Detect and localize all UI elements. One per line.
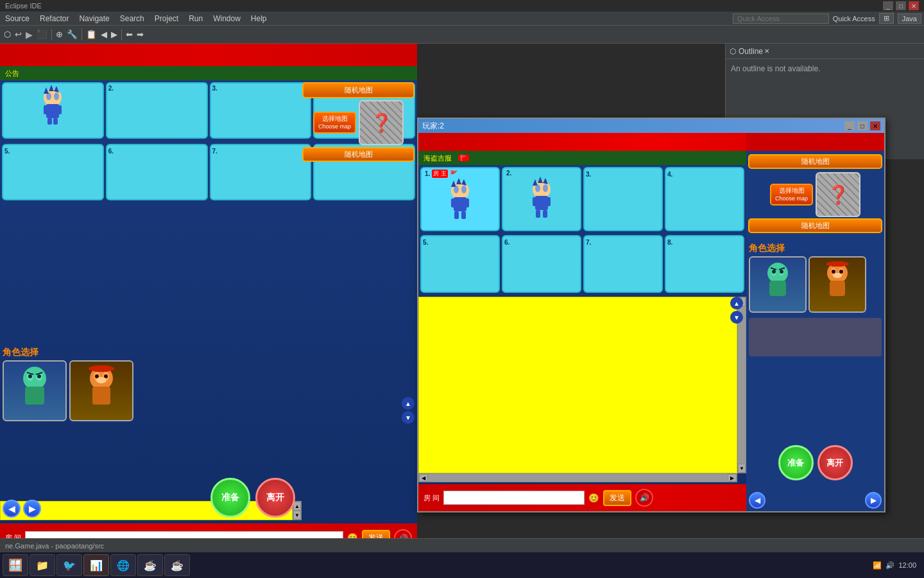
win2-minimize[interactable]: _ — [844, 121, 855, 130]
map-area-2: 随机地图 选择地图Choose map ❓ 随机地图 — [746, 152, 884, 235]
host-slot-num: 1. — [425, 170, 430, 177]
toolbar-btn-3[interactable]: ⊕ — [55, 28, 64, 40]
char-select-area-1: 角色选择 — [0, 344, 302, 424]
menu-window[interactable]: Window — [210, 13, 243, 24]
run-btn[interactable]: ▶ — [24, 28, 34, 41]
toolbar-btn-8[interactable]: ⬅ — [124, 28, 134, 40]
choose-map-btn-2[interactable]: 选择地图Choose map — [770, 184, 813, 206]
ready-btn-2[interactable]: 准备 — [778, 445, 814, 480]
minimize-btn[interactable]: _ — [883, 1, 893, 10]
taskbar-btn-java2[interactable]: ☕ — [164, 554, 190, 576]
scroll-down-1[interactable]: ▼ — [402, 411, 415, 424]
svg-point-16 — [37, 374, 41, 378]
svg-point-64 — [833, 273, 842, 278]
toolbar-btn-4[interactable]: 🔧 — [65, 28, 79, 40]
taskbar-btn-browser[interactable]: 🌐 — [110, 554, 136, 576]
toolbar-btn-5[interactable]: 📋 — [85, 28, 98, 40]
nav-left-btn[interactable]: ◀ — [3, 500, 21, 518]
menu-refactor[interactable]: Refactor — [37, 13, 71, 24]
taskbar-btn-bird[interactable]: 🐦 — [56, 554, 82, 576]
svg-rect-41 — [533, 197, 538, 206]
leave-btn-2[interactable]: 离开 — [817, 445, 853, 480]
menu-navigate[interactable]: Navigate — [76, 13, 112, 24]
char-card-2b[interactable] — [809, 256, 866, 313]
taskbar-btn-windows[interactable]: 🪟 — [3, 554, 28, 576]
scroll-right-btn-2[interactable]: ▶ — [728, 474, 737, 482]
emoji-btn-2[interactable]: 😊 — [588, 493, 599, 503]
svg-point-54 — [772, 270, 776, 274]
slot-6-game2: 6. — [502, 235, 581, 293]
right-nav-left[interactable]: ◀ — [749, 492, 766, 509]
room-label-2: 房 间 — [424, 493, 440, 503]
slot-3-num: 3. — [212, 85, 309, 92]
svg-rect-20 — [92, 387, 110, 405]
menu-search[interactable]: Search — [117, 13, 147, 24]
svg-rect-43 — [536, 210, 540, 218]
ide-topbar: Eclipse IDE _ □ ✕ — [0, 0, 924, 12]
game-window-2: 玩家:2 _ □ ✕ 海盗吉服 🚩 1. 房 主 🚩 — [417, 118, 886, 512]
char-select-label-1: 角色选择 — [3, 347, 299, 358]
leave-btn-1[interactable]: 离开 — [255, 478, 295, 518]
ready-btn-1[interactable]: 准备 — [210, 478, 250, 518]
nav-right-btn[interactable]: ▶ — [23, 500, 41, 518]
send-btn-2[interactable]: 发送 — [603, 490, 631, 506]
random-map-label-1: 随机地图 — [302, 147, 415, 162]
slot-7: 7. — [210, 144, 312, 200]
svg-rect-59 — [830, 281, 845, 296]
win2-close[interactable]: ✕ — [870, 121, 880, 130]
right-nav-right[interactable]: ▶ — [865, 492, 882, 509]
slot-4-game2: 4. — [665, 167, 744, 231]
toolbar-sep-3 — [121, 29, 122, 40]
menu-help[interactable]: Help — [248, 13, 270, 24]
svg-rect-32 — [454, 211, 459, 219]
char-card-1[interactable] — [3, 360, 67, 421]
maximize-btn[interactable]: □ — [896, 1, 906, 10]
scroll-left-btn-2[interactable]: ◀ — [419, 474, 428, 482]
scroll-up-1[interactable]: ▲ — [402, 397, 415, 410]
stop-btn[interactable]: ⬛ — [35, 28, 49, 40]
toolbar-btn-6[interactable]: ◀ — [99, 28, 108, 40]
menu-project[interactable]: Project — [152, 13, 181, 24]
char-sprite-1 — [37, 85, 68, 127]
toolbar-btn-2[interactable]: ↩ — [13, 28, 23, 40]
slot-2-game2-num: 2. — [506, 170, 511, 177]
java-perspective-btn[interactable]: Java — [898, 13, 921, 24]
slot-6: 6. — [106, 144, 208, 200]
win2-maximize[interactable]: □ — [857, 121, 868, 130]
ad-section-2 — [749, 318, 882, 356]
chat-input-2[interactable] — [443, 491, 585, 505]
outline-close-x[interactable]: ✕ — [764, 48, 769, 55]
toolbar-btn-1[interactable]: ⬡ — [3, 28, 12, 40]
scroll-down-btn-2[interactable]: ▼ — [738, 464, 746, 473]
chat-scroll-down-2[interactable]: ▼ — [730, 311, 743, 324]
menu-source[interactable]: Source — [3, 13, 32, 24]
char-2a-sprite — [755, 259, 800, 310]
toolbar-btn-7[interactable]: ▶ — [110, 28, 119, 40]
perspective-btn[interactable]: ⊞ — [879, 13, 894, 24]
sound-btn-2[interactable]: 🔊 — [635, 489, 653, 507]
close-btn[interactable]: ✕ — [909, 1, 919, 10]
taskbar-btn-4[interactable]: 📊 — [83, 554, 109, 576]
slot-2-game1: 2. — [106, 82, 208, 139]
window-2-title: 玩家:2 — [422, 121, 842, 132]
side-scroll-2: ▲ ▼ — [730, 297, 743, 324]
svg-point-62 — [832, 270, 835, 274]
random-map-btn-1[interactable]: 随机地图 — [302, 82, 415, 98]
svg-point-11 — [23, 367, 46, 390]
svg-point-63 — [839, 270, 843, 274]
taskbar-btn-java1[interactable]: ☕ — [137, 554, 163, 576]
quick-access-input[interactable] — [733, 13, 829, 24]
scrollbar-h-2[interactable]: ◀ ▶ — [418, 473, 737, 482]
random-map-btn-2[interactable]: 随机地图 — [748, 154, 882, 169]
menu-run[interactable]: Run — [186, 13, 205, 24]
choose-map-btn-1[interactable]: 选择地图Choose map — [313, 112, 356, 134]
char-card-2[interactable] — [69, 360, 133, 421]
svg-point-55 — [780, 270, 783, 274]
toolbar-btn-9[interactable]: ➡ — [135, 28, 145, 40]
outline-text: An outline is not available. — [731, 64, 820, 73]
tray-network: 📶 — [873, 561, 882, 570]
taskbar-btn-explorer[interactable]: 📁 — [30, 554, 55, 576]
status-text: ne.Game.java - paopaotang/src — [5, 542, 104, 550]
char-card-2a[interactable] — [749, 256, 807, 313]
chat-scroll-up-2[interactable]: ▲ — [730, 297, 743, 310]
